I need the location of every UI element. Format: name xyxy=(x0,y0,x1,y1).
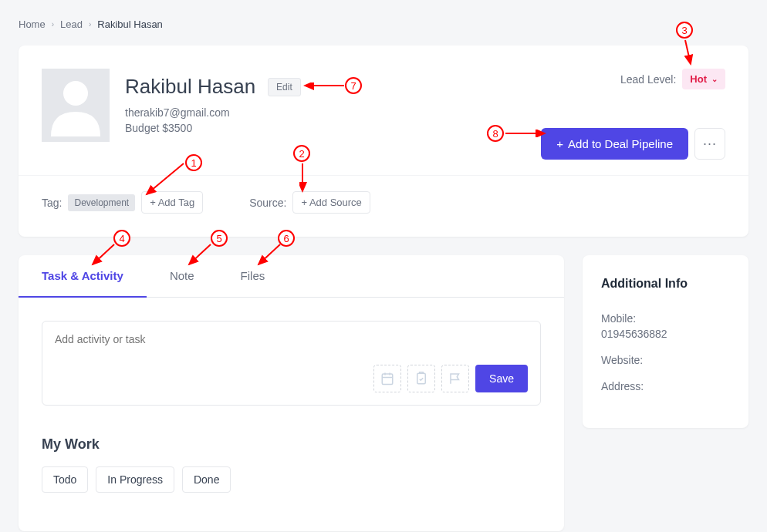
breadcrumb: Home › Lead › Rakibul Hasan xyxy=(19,19,748,30)
website-label: Website: xyxy=(601,354,730,366)
clipboard-icon-button[interactable] xyxy=(407,365,435,392)
activity-input[interactable] xyxy=(55,333,528,345)
mobile-value: 01945636882 xyxy=(601,328,730,340)
lead-level-dropdown[interactable]: Hot ⌄ xyxy=(682,69,725,89)
svg-rect-5 xyxy=(417,373,426,384)
calendar-icon-button[interactable] xyxy=(373,365,401,392)
additional-info-title: Additional Info xyxy=(601,277,730,291)
chevron-right-icon: › xyxy=(52,20,54,29)
more-options-button[interactable]: ··· xyxy=(694,128,725,160)
breadcrumb-current: Rakibul Hasan xyxy=(97,19,163,30)
add-source-button[interactable]: + Add Source xyxy=(292,191,370,214)
add-to-pipeline-button[interactable]: + Add to Deal Pipeline xyxy=(541,128,688,160)
edit-button[interactable]: Edit xyxy=(268,78,301,96)
chevron-down-icon: ⌄ xyxy=(711,75,718,83)
activity-input-box: Save xyxy=(42,321,541,406)
mobile-label: Mobile: xyxy=(601,312,730,325)
breadcrumb-lead[interactable]: Lead xyxy=(60,19,83,30)
avatar xyxy=(42,69,110,142)
lead-level-value: Hot xyxy=(690,73,707,85)
add-pipeline-label: Add to Deal Pipeline xyxy=(568,137,673,150)
tabs-card: Task & Activity Note Files Save xyxy=(19,255,564,531)
flag-icon-button[interactable] xyxy=(441,365,469,392)
source-label: Source: xyxy=(249,197,286,209)
filter-todo[interactable]: Todo xyxy=(42,466,88,493)
chevron-right-icon: › xyxy=(89,20,91,29)
lead-header-card: Rakibul Hasan Edit therakib7@gmail.com B… xyxy=(19,45,748,237)
tab-note[interactable]: Note xyxy=(147,255,218,297)
dots-icon: ··· xyxy=(703,136,717,152)
filter-in-progress[interactable]: In Progress xyxy=(96,466,174,493)
plus-icon: + xyxy=(556,137,563,150)
tag-chip[interactable]: Development xyxy=(68,194,135,211)
tab-task-activity[interactable]: Task & Activity xyxy=(19,255,147,298)
my-work-title: My Work xyxy=(42,436,541,453)
tag-label: Tag: xyxy=(42,197,62,209)
save-button[interactable]: Save xyxy=(475,365,528,392)
lead-level-label: Lead Level: xyxy=(620,73,676,86)
filter-done[interactable]: Done xyxy=(182,466,231,493)
additional-info-card: Additional Info Mobile: 01945636882 Webs… xyxy=(583,255,748,428)
profile-email: therakib7@gmail.com xyxy=(125,106,301,119)
profile-budget: Budget $3500 xyxy=(125,122,301,134)
tabs-header: Task & Activity Note Files xyxy=(19,255,564,298)
add-tag-button[interactable]: + Add Tag xyxy=(141,191,203,214)
svg-point-0 xyxy=(63,81,88,106)
svg-rect-1 xyxy=(382,374,393,385)
address-label: Address: xyxy=(601,380,730,392)
breadcrumb-home[interactable]: Home xyxy=(19,19,46,30)
profile-name: Rakibul Hasan xyxy=(125,75,255,99)
tab-files[interactable]: Files xyxy=(218,255,289,297)
